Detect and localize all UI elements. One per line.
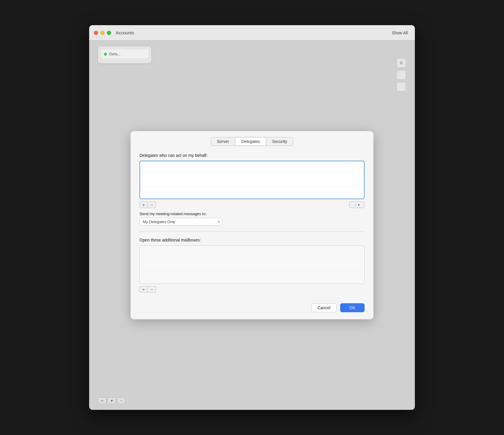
delegate-row-1 — [140, 161, 364, 174]
delegates-add-btn[interactable]: + — [139, 202, 148, 208]
mailboxes-list[interactable] — [139, 245, 365, 284]
tab-bar: Server Delegates Security — [131, 131, 373, 146]
cancel-button[interactable]: Cancel — [311, 303, 337, 312]
more-chevron-icon: ▾ — [358, 203, 360, 207]
ok-button[interactable]: OK — [340, 303, 365, 312]
close-button[interactable] — [94, 31, 98, 35]
title-bar: Accounts Show All — [89, 25, 415, 41]
delegate-row-3 — [140, 186, 364, 199]
meeting-section-label: Send my meeting-related messages to: — [139, 212, 365, 216]
more-icon: ··· — [354, 203, 357, 207]
delegate-row-2 — [140, 174, 364, 186]
delegates-list[interactable] — [139, 161, 365, 199]
modal-dialog: Server Delegates Security Delegates who … — [131, 131, 373, 319]
mailboxes-section-label: Open these additional mailboxes: — [139, 238, 365, 242]
window-frame: Accounts Show All Defa... ⇅ + ▾ − — [89, 25, 415, 410]
delegates-list-controls: + − ··· ▾ — [139, 202, 365, 208]
delegates-remove-btn[interactable]: − — [148, 202, 156, 208]
tab-security[interactable]: Security — [266, 137, 293, 146]
delegates-more-btn[interactable]: ··· ▾ — [349, 202, 365, 208]
traffic-lights — [94, 31, 111, 35]
mailboxes-list-controls: + − — [139, 286, 365, 293]
delegates-section-label: Delegates who can act on my behalf: — [139, 153, 365, 158]
section-separator — [139, 231, 365, 232]
modal-body: Delegates who can act on my behalf: + − — [131, 146, 373, 299]
mailbox-row-2 — [140, 258, 364, 271]
mailboxes-add-btn[interactable]: + — [139, 286, 148, 293]
tab-delegates[interactable]: Delegates — [235, 137, 266, 146]
meeting-dropdown-wrapper: My Delegates Only My Delegates and Me My… — [139, 218, 222, 225]
modal-overlay: Server Delegates Security Delegates who … — [89, 41, 415, 410]
maximize-button[interactable] — [107, 31, 111, 35]
delegates-add-remove: + − — [139, 202, 156, 208]
tab-server[interactable]: Server — [211, 137, 235, 146]
mailbox-row-1 — [140, 246, 364, 258]
mailboxes-remove-btn[interactable]: − — [148, 286, 156, 293]
minimize-button[interactable] — [100, 31, 105, 35]
modal-footer: Cancel OK — [131, 299, 373, 319]
mailbox-row-3 — [140, 271, 364, 283]
show-all-button[interactable]: Show All — [389, 29, 410, 36]
window-content: Defa... ⇅ + ▾ − Server Delegates Securit… — [89, 41, 415, 410]
meeting-dropdown[interactable]: My Delegates Only My Delegates and Me My… — [139, 218, 222, 225]
window-title: Accounts — [116, 30, 389, 35]
